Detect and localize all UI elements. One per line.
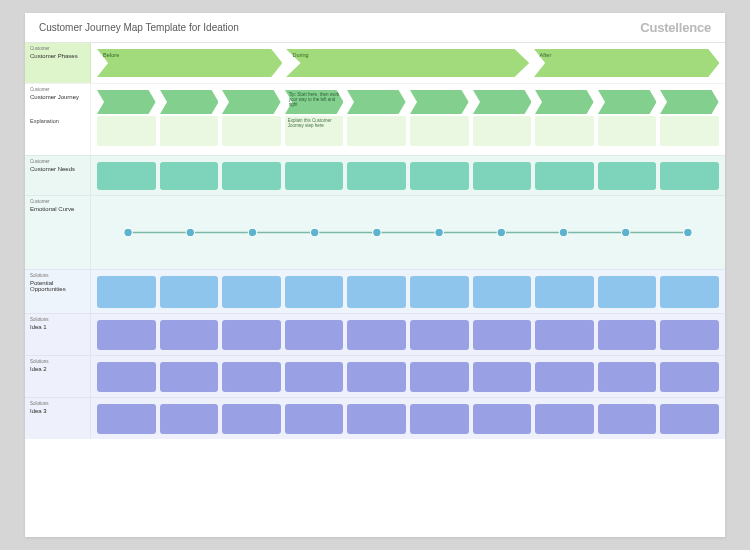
emotional-point[interactable] (435, 228, 443, 236)
journey-chevron[interactable] (410, 90, 469, 114)
idea-card[interactable] (660, 362, 719, 392)
emotional-point[interactable] (497, 228, 505, 236)
needs-content[interactable] (91, 156, 725, 195)
needs-card[interactable] (598, 162, 657, 190)
phases-content[interactable]: Before During After (91, 43, 725, 83)
idea-card[interactable] (660, 320, 719, 350)
journey-step[interactable]: Tip: Start here, then work your way to t… (285, 90, 344, 146)
emotional-point[interactable] (124, 228, 132, 236)
opportunity-card[interactable] (660, 276, 719, 308)
needs-card[interactable] (410, 162, 469, 190)
journey-step[interactable] (660, 90, 719, 146)
idea-card[interactable] (535, 320, 594, 350)
opportunities-content[interactable] (91, 270, 725, 313)
emotional-point[interactable] (621, 228, 629, 236)
journey-step[interactable] (97, 90, 156, 146)
journey-explanation-card[interactable] (598, 116, 657, 146)
journey-explanation-card[interactable] (160, 116, 219, 146)
needs-card[interactable] (97, 162, 156, 190)
idea-card[interactable] (285, 362, 344, 392)
idea-card[interactable] (410, 320, 469, 350)
opportunity-card[interactable] (285, 276, 344, 308)
emotional-point[interactable] (186, 228, 194, 236)
journey-chevron[interactable] (660, 90, 719, 114)
idea-card[interactable] (347, 320, 406, 350)
journey-step[interactable] (473, 90, 532, 146)
journey-explanation-card[interactable] (347, 116, 406, 146)
idea-card[interactable] (222, 362, 281, 392)
journey-chevron[interactable] (473, 90, 532, 114)
journey-step[interactable] (535, 90, 594, 146)
journey-chevron[interactable] (347, 90, 406, 114)
emotional-point[interactable] (310, 228, 318, 236)
idea-card[interactable] (598, 320, 657, 350)
journey-step[interactable] (598, 90, 657, 146)
idea-card[interactable] (535, 404, 594, 434)
idea-card[interactable] (97, 362, 156, 392)
needs-card[interactable] (473, 162, 532, 190)
needs-card[interactable] (660, 162, 719, 190)
opportunity-card[interactable] (410, 276, 469, 308)
emotional-curve-chart[interactable] (97, 196, 719, 269)
idea-card[interactable] (473, 362, 532, 392)
journey-step[interactable] (160, 90, 219, 146)
journey-explanation-card[interactable] (660, 116, 719, 146)
idea-card[interactable] (97, 404, 156, 434)
idea-card[interactable] (222, 320, 281, 350)
journey-explanation-card[interactable] (473, 116, 532, 146)
needs-card[interactable] (285, 162, 344, 190)
idea-card[interactable] (598, 362, 657, 392)
emotional-point[interactable] (684, 228, 692, 236)
journey-chevron[interactable] (598, 90, 657, 114)
journey-explanation-card[interactable]: Explain this Customer Journey step here (285, 116, 344, 146)
idea-card[interactable] (347, 404, 406, 434)
journey-step[interactable] (222, 90, 281, 146)
idea-card[interactable] (285, 404, 344, 434)
idea-card[interactable] (97, 320, 156, 350)
opportunity-card[interactable] (97, 276, 156, 308)
journey-explanation-card[interactable] (535, 116, 594, 146)
phase-arrow[interactable]: After (534, 49, 719, 77)
journey-explanation-card[interactable] (410, 116, 469, 146)
needs-card[interactable] (535, 162, 594, 190)
idea-card[interactable] (160, 362, 219, 392)
idea-card[interactable] (660, 404, 719, 434)
phase-arrow[interactable]: During (286, 49, 529, 77)
emotional-point[interactable] (373, 228, 381, 236)
opportunity-card[interactable] (598, 276, 657, 308)
needs-card[interactable] (222, 162, 281, 190)
emotional-content[interactable] (91, 196, 725, 269)
idea-card[interactable] (160, 320, 219, 350)
idea-card[interactable] (160, 404, 219, 434)
journey-content[interactable]: Tip: Start here, then work your way to t… (91, 84, 725, 155)
idea-card[interactable] (598, 404, 657, 434)
idea-card[interactable] (222, 404, 281, 434)
journey-explanation-card[interactable] (97, 116, 156, 146)
journey-chevron[interactable] (97, 90, 156, 114)
emotional-point[interactable] (559, 228, 567, 236)
idea-content[interactable] (91, 314, 725, 355)
idea-content[interactable] (91, 398, 725, 439)
emotional-point[interactable] (248, 228, 256, 236)
idea-card[interactable] (535, 362, 594, 392)
phase-arrow[interactable]: Before (97, 49, 282, 77)
needs-card[interactable] (160, 162, 219, 190)
journey-step[interactable] (410, 90, 469, 146)
opportunity-card[interactable] (222, 276, 281, 308)
journey-step[interactable] (347, 90, 406, 146)
opportunity-card[interactable] (160, 276, 219, 308)
idea-card[interactable] (473, 320, 532, 350)
journey-chevron[interactable] (222, 90, 281, 114)
journey-chevron[interactable] (160, 90, 219, 114)
idea-card[interactable] (410, 404, 469, 434)
opportunity-card[interactable] (535, 276, 594, 308)
idea-card[interactable] (410, 362, 469, 392)
opportunity-card[interactable] (347, 276, 406, 308)
journey-chevron[interactable] (535, 90, 594, 114)
idea-content[interactable] (91, 356, 725, 397)
idea-card[interactable] (285, 320, 344, 350)
journey-explanation-card[interactable] (222, 116, 281, 146)
needs-card[interactable] (347, 162, 406, 190)
journey-chevron[interactable]: Tip: Start here, then work your way to t… (285, 90, 344, 114)
opportunity-card[interactable] (473, 276, 532, 308)
